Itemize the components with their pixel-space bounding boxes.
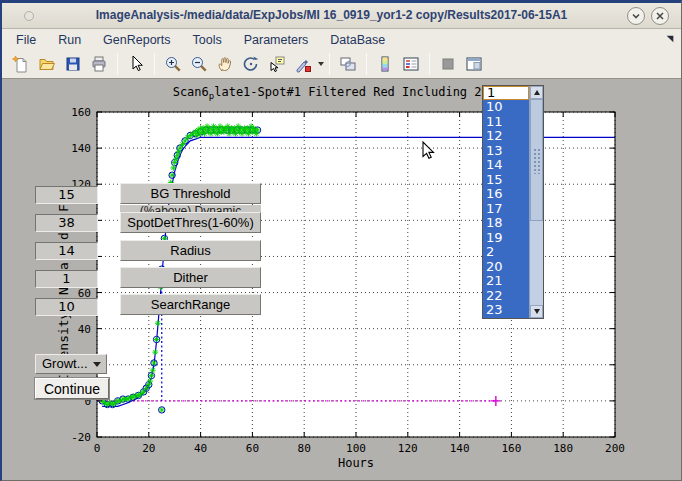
search-range-button[interactable]: SearchRange (120, 294, 261, 315)
toolbar-separator (329, 53, 330, 75)
plot-canvas[interactable]: 020406080100120140160180200-200204060801… (2, 79, 681, 480)
scroll-up-icon[interactable] (530, 86, 543, 99)
bg-threshold-field[interactable]: 15 (35, 186, 98, 204)
figure-area: 020406080100120140160180200-200204060801… (2, 79, 681, 480)
close-button[interactable] (651, 7, 669, 25)
dock-figure-icon[interactable] (462, 52, 486, 76)
spot-list-item[interactable]: 18 (483, 216, 529, 231)
bg-threshold-sublabel: (%above) Dynamic (120, 205, 261, 212)
svg-text:60: 60 (246, 442, 259, 455)
open-file-icon[interactable] (35, 52, 59, 76)
zoom-out-icon[interactable] (187, 52, 211, 76)
toolbar-separator (154, 53, 155, 75)
window-menu-icon[interactable] (24, 11, 34, 21)
svg-text:100: 100 (346, 442, 366, 455)
spot-list-item[interactable]: 22 (483, 289, 529, 304)
x-axis-label: Hours (97, 456, 615, 470)
data-cursor-icon[interactable] (265, 52, 289, 76)
app-window: ImageAnalysis-/media/data/ExpJobs/MI 16_… (0, 0, 682, 481)
window-title: ImageAnalysis-/media/data/ExpJobs/MI 16_… (62, 8, 601, 22)
menu-database[interactable]: DataBase (319, 31, 396, 49)
svg-text:-20: -20 (71, 431, 91, 444)
menu-genreports[interactable]: GenReports (92, 31, 181, 49)
spot-list-item[interactable]: 21 (483, 274, 529, 289)
mouse-cursor (422, 141, 436, 161)
svg-text:20: 20 (142, 442, 155, 455)
radius-button[interactable]: Radius (120, 240, 261, 261)
svg-text:40: 40 (78, 323, 91, 336)
growth-dropdown-label: Growt... (42, 355, 88, 373)
spot-list-item[interactable]: 10 (483, 100, 529, 115)
menu-overflow-icon[interactable] (665, 34, 675, 44)
spot-list-item[interactable]: 19 (483, 231, 529, 246)
spot-list: 1 10111213141516171819220212223 (482, 85, 544, 319)
menu-parameters[interactable]: Parameters (233, 31, 320, 49)
radius-field[interactable]: 14 (35, 242, 98, 260)
select-arrow-icon[interactable] (124, 52, 148, 76)
svg-text:160: 160 (71, 106, 91, 119)
rotate-3d-icon[interactable] (239, 52, 263, 76)
restore-button[interactable] (627, 7, 645, 25)
dither-field[interactable]: 1 (35, 270, 98, 288)
spot-list-items: 10111213141516171819220212223 (483, 100, 529, 318)
new-file-icon[interactable] (9, 52, 33, 76)
spot-list-editor[interactable]: 1 (483, 86, 529, 100)
link-plot-icon[interactable] (336, 52, 360, 76)
print-icon[interactable] (87, 52, 111, 76)
scroll-down-icon[interactable] (530, 305, 543, 318)
close-icon (654, 10, 666, 22)
svg-text:120: 120 (398, 442, 418, 455)
svg-text:140: 140 (71, 142, 91, 155)
zoom-in-icon[interactable] (161, 52, 185, 76)
spot-list-item[interactable]: 16 (483, 187, 529, 202)
spot-list-item[interactable]: 11 (483, 115, 529, 130)
spot-list-item[interactable]: 23 (483, 303, 529, 318)
svg-text:80: 80 (298, 442, 311, 455)
spot-list-item[interactable]: 17 (483, 202, 529, 217)
growth-dropdown[interactable]: Growt... (35, 354, 107, 374)
continue-button[interactable]: Continue (35, 378, 109, 399)
spot-list-item[interactable]: 15 (483, 173, 529, 188)
dither-button[interactable]: Dither (120, 267, 261, 288)
chevron-down-icon (93, 362, 101, 367)
toolbar-separator (117, 53, 118, 75)
spot-list-item[interactable]: 20 (483, 260, 529, 275)
spot-list-item[interactable]: 13 (483, 144, 529, 159)
spot-list-item[interactable]: 12 (483, 129, 529, 144)
svg-text:0: 0 (94, 442, 101, 455)
spot-det-thres-button[interactable]: SpotDetThres(1-60%) (120, 212, 261, 233)
pan-hand-icon[interactable] (213, 52, 237, 76)
svg-text:140: 140 (450, 442, 470, 455)
toolbar-separator (429, 53, 430, 75)
scrollbar-thumb[interactable] (530, 99, 543, 221)
spot-list-item[interactable]: 14 (483, 158, 529, 173)
titlebar[interactable]: ImageAnalysis-/media/data/ExpJobs/MI 16_… (2, 3, 681, 29)
menubar: File Run GenReports Tools Parameters Dat… (2, 29, 681, 50)
svg-text:160: 160 (501, 442, 521, 455)
save-icon[interactable] (61, 52, 85, 76)
spot-det-thres-field[interactable]: 38 (35, 214, 98, 232)
insert-legend-icon[interactable] (399, 52, 423, 76)
menu-file[interactable]: File (5, 31, 47, 49)
svg-text:200: 200 (605, 442, 625, 455)
svg-text:40: 40 (194, 442, 207, 455)
spot-list-item[interactable]: 2 (483, 245, 529, 260)
figure-toolbar (2, 50, 681, 79)
insert-colorbar-icon[interactable] (373, 52, 397, 76)
hide-plot-tools-icon[interactable] (436, 52, 460, 76)
spot-list-scrollbar[interactable] (529, 86, 543, 318)
menu-tools[interactable]: Tools (182, 31, 233, 49)
brush-data-icon[interactable] (291, 52, 315, 76)
brush-dropdown-caret[interactable] (318, 62, 324, 66)
toolbar-separator (366, 53, 367, 75)
svg-text:180: 180 (553, 442, 573, 455)
bg-threshold-button[interactable]: BG Threshold (120, 183, 261, 204)
chevron-down-icon (630, 10, 642, 22)
search-range-field[interactable]: 10 (35, 298, 98, 316)
menu-run[interactable]: Run (47, 31, 92, 49)
